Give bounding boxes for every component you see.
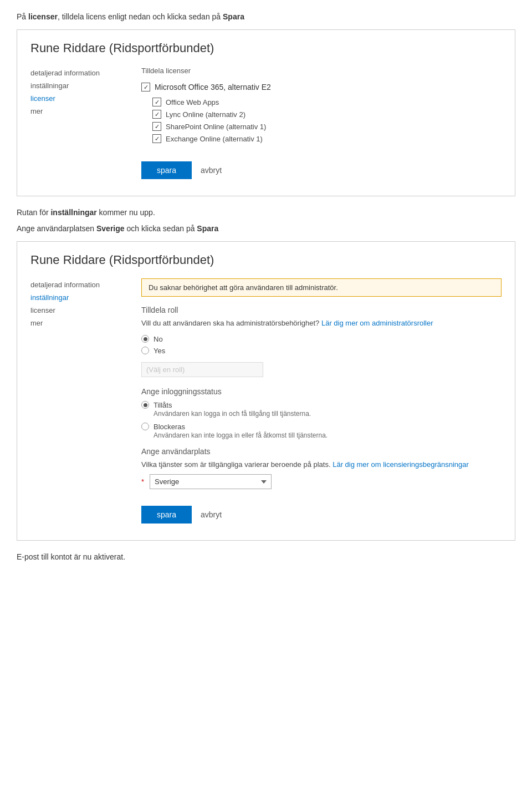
cancel-button-1[interactable]: avbryt <box>201 166 222 175</box>
nav-item-installningar-2[interactable]: inställningar <box>30 291 141 304</box>
sub-license-0: ✓ Office Web Apps <box>152 96 502 108</box>
main-license-checkbox[interactable]: ✓ <box>141 83 150 92</box>
radio-yes-label: Yes <box>154 347 165 355</box>
sub-checkbox-2[interactable]: ✓ <box>152 122 161 131</box>
required-star: * <box>141 477 144 486</box>
admin-question: Vill du att användaren ska ha administra… <box>141 318 502 329</box>
admin-link[interactable]: Lär dig mer om administratörsroller <box>321 319 433 327</box>
login-status-label: Ange inloggningsstatus <box>141 387 502 396</box>
save-button-2[interactable]: spara <box>141 506 192 524</box>
sverige-bold: Sverige <box>96 224 125 233</box>
btn-row-2: spara avbryt <box>141 506 502 524</box>
tillats-desc: Användaren kan logga in och få tillgång … <box>154 410 502 418</box>
section-label-1: Tilldela licenser <box>141 67 502 75</box>
licenser-bold: licenser <box>28 12 58 21</box>
save-button-1[interactable]: spara <box>141 161 192 179</box>
location-desc: Vilka tjänster som är tillgängliga varie… <box>141 459 502 470</box>
sub-checkbox-3[interactable]: ✓ <box>152 134 161 143</box>
radio-tillats-label: Tillåts <box>154 401 172 409</box>
nav-item-licenser-2[interactable]: licenser <box>30 304 141 317</box>
panel-content-1: Tilldela licenser ✓ Microsoft Office 365… <box>141 67 502 179</box>
middle-text: Rutan för inställningar kommer nu upp. <box>17 206 515 218</box>
license-sub-list: ✓ Office Web Apps ✓ Lync Online (alterna… <box>141 96 502 145</box>
license-group: ✓ Microsoft Office 365, alternativ E2 ✓ … <box>141 83 502 145</box>
sub-label-3: Exchange Online (alternativ 1) <box>166 135 263 143</box>
location-link[interactable]: Lär dig mer om licensieringsbegränsninga… <box>332 460 469 469</box>
role-radio-group: No Yes <box>141 333 502 357</box>
installningar-bold: inställningar <box>50 208 96 217</box>
cancel-button-2[interactable]: avbryt <box>201 510 222 519</box>
sub-label-1: Lync Online (alternativ 2) <box>166 110 245 119</box>
sub-license-1: ✓ Lync Online (alternativ 2) <box>152 108 502 120</box>
sub-license-2: ✓ SharePoint Online (alternativ 1) <box>152 120 502 133</box>
nav-item-installningar-1[interactable]: inställningar <box>30 79 141 92</box>
nav-item-detaljerad-2[interactable]: detaljerad information <box>30 278 141 291</box>
user-location-label: Ange användarplats <box>141 447 502 456</box>
sub-checkbox-1[interactable]: ✓ <box>152 110 161 119</box>
radio-no-label: No <box>154 335 163 343</box>
login-radio-group: Tillåts Användaren kan logga in och få t… <box>141 399 502 439</box>
sub-license-3: ✓ Exchange Online (alternativ 1) <box>152 133 502 145</box>
nav-item-mer-1[interactable]: mer <box>30 105 141 118</box>
radio-blockeras-label: Blockeras <box>154 423 185 431</box>
panel-settings: Rune Riddare (Ridsportförbundet) detalje… <box>17 241 515 541</box>
radio-no[interactable] <box>141 335 149 343</box>
panel-nav-1: detaljerad information inställningar lic… <box>30 67 141 179</box>
main-license-row: ✓ Microsoft Office 365, alternativ E2 <box>141 83 502 92</box>
spara-bold-1: Spara <box>223 12 244 21</box>
nav-item-licenser-1[interactable]: licenser <box>30 92 141 105</box>
panel-licenses: Rune Riddare (Ridsportförbundet) detalje… <box>17 29 515 196</box>
bottom-text: E-post till kontot är nu aktiverat. <box>17 551 515 563</box>
radio-tillats[interactable] <box>141 401 149 409</box>
warning-box: Du saknar behörighet att göra användaren… <box>141 278 502 297</box>
radio-yes[interactable] <box>141 347 149 354</box>
panel-title-1: Rune Riddare (Ridsportförbundet) <box>30 41 502 55</box>
sub-label-2: SharePoint Online (alternativ 1) <box>166 123 266 131</box>
radio-blockeras[interactable] <box>141 423 149 430</box>
radio-yes-item: Yes <box>141 345 502 357</box>
role-select-row: (Välj en roll) <box>141 362 502 377</box>
panel-title-2: Rune Riddare (Ridsportförbundet) <box>30 253 502 267</box>
radio-blockeras-item: Blockeras <box>141 421 502 433</box>
sub-label-0: Office Web Apps <box>166 98 219 106</box>
radio-tillats-item: Tillåts <box>141 399 502 411</box>
panel-content-2: Du saknar behörighet att göra användaren… <box>141 278 502 524</box>
radio-no-item: No <box>141 333 502 345</box>
assign-role-label: Tilldela roll <box>141 306 502 314</box>
intro-text-2: Ange användarplatsen Sverige och klicka … <box>17 223 515 235</box>
location-select[interactable]: Sverige <box>150 474 272 489</box>
nav-item-mer-2[interactable]: mer <box>30 317 141 329</box>
panel-nav-2: detaljerad information inställningar lic… <box>30 278 141 524</box>
blockeras-desc: Användaren kan inte logga in eller få åt… <box>154 431 502 439</box>
location-select-row: * Sverige <box>141 474 502 489</box>
main-license-label: Microsoft Office 365, alternativ E2 <box>155 83 271 92</box>
btn-row-1: spara avbryt <box>141 161 502 179</box>
spara-bold-2: Spara <box>197 224 218 233</box>
intro-text-1: På licenser, tilldela licens enligt neda… <box>17 11 515 23</box>
role-select[interactable]: (Välj en roll) <box>141 362 263 377</box>
sub-checkbox-0[interactable]: ✓ <box>152 98 161 106</box>
nav-item-detaljerad-1[interactable]: detaljerad information <box>30 67 141 79</box>
